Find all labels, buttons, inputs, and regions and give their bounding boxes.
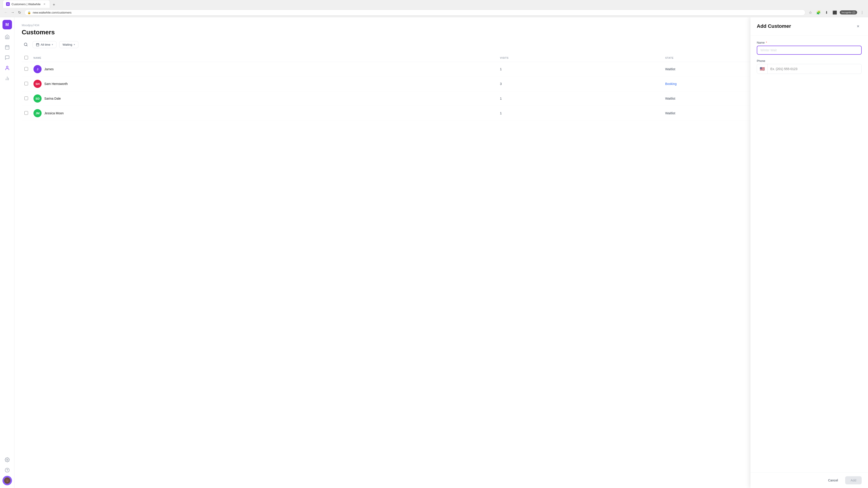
address-bar[interactable] [33,11,802,14]
cancel-button[interactable]: Cancel [824,476,842,484]
row-checkbox[interactable] [24,96,28,100]
customer-name: James [44,67,54,71]
filters-bar: All time ▾ Waiting ▾ [22,40,861,48]
sidebar-item-calendar[interactable] [2,42,12,52]
download-icon[interactable]: ⬇ [824,9,830,15]
profile-icon[interactable]: ⬛ [832,9,838,15]
browser-tab[interactable]: M Customers | Waitwhile × [3,0,50,8]
sidebar-item-home[interactable] [2,32,12,41]
main-content: Moodjoy7434 Customers All time ▾ Waiting… [14,17,868,488]
forward-button[interactable]: → [9,9,16,15]
row-checkbox-cell [22,62,31,76]
name-label: Name * [757,41,862,44]
panel-footer: Cancel Add [750,473,868,488]
account-label: Moodjoy7434 [22,24,861,27]
row-name-cell: SD Sarina Dale [31,91,497,106]
all-time-filter[interactable]: All time ▾ [33,41,57,48]
sidebar-item-help[interactable] [2,465,12,475]
customer-avatar: SD [33,94,41,103]
customer-avatar: J [33,65,41,73]
row-checkbox[interactable] [24,111,28,115]
lock-icon: 🔒 [27,11,31,14]
add-customer-panel: Add Customer × Name * Phone 🇺🇸 [750,17,868,488]
tab-favicon: M [6,2,10,6]
phone-field-container: Phone 🇺🇸 [757,59,862,74]
customer-name: Sam Hemsworth [44,82,68,86]
panel-close-button[interactable]: × [855,23,862,30]
all-time-chevron: ▾ [52,43,53,46]
phone-input[interactable] [768,65,862,73]
svg-point-8 [6,459,8,460]
page-title: Customers [22,29,861,36]
extensions-icon[interactable]: 🧩 [815,9,822,15]
table-header-checkbox [22,54,31,62]
name-field-container: Name * [757,41,862,55]
table-row[interactable]: JM Jessica Moon 1 Waitlist [22,106,861,121]
tab-close-button[interactable]: × [42,2,46,6]
svg-rect-15 [36,43,39,46]
row-checkbox-cell [22,76,31,91]
sidebar-logo[interactable]: M [2,20,12,29]
table-row[interactable]: SH Sam Hemsworth 3 Booking [22,76,861,91]
table-row[interactable]: J James 1 Waitlist [22,62,861,76]
us-flag-icon: 🇺🇸 [760,66,765,71]
select-all-checkbox[interactable] [24,56,28,59]
panel-body: Name * Phone 🇺🇸 [750,35,868,473]
all-time-label: All time [41,43,51,46]
customer-name: Jessica Moon [44,111,64,115]
svg-point-4 [6,66,8,68]
address-bar-container: 🔒 [24,9,805,15]
svg-rect-0 [5,46,9,50]
back-button[interactable]: ← [3,9,9,15]
row-name-cell: J James [31,62,497,76]
name-input[interactable] [757,46,862,55]
user-avatar[interactable]: 🐻 [2,476,12,485]
panel-header: Add Customer × [750,17,868,35]
tab-title: Customers | Waitwhile [11,2,41,6]
waiting-filter[interactable]: Waiting ▾ [59,41,79,48]
waiting-label: Waiting [63,43,72,46]
new-tab-button[interactable]: + [51,2,57,8]
table-header-visits: VISITS [497,54,662,62]
sidebar-item-analytics[interactable] [2,74,12,83]
table-row[interactable]: SD Sarina Dale 1 Waitlist [22,91,861,106]
customer-name: Sarina Dale [44,97,61,100]
waiting-chevron: ▾ [74,43,75,46]
row-checkbox[interactable] [24,67,28,71]
sidebar-item-customers[interactable] [2,63,12,73]
row-checkbox-cell [22,91,31,106]
row-name-cell: SH Sam Hemsworth [31,76,497,91]
customer-avatar: SH [33,80,41,88]
row-name-cell: JM Jessica Moon [31,106,497,121]
customer-avatar: JM [33,109,41,117]
panel-title: Add Customer [757,23,791,29]
svg-line-14 [26,45,27,46]
name-required-marker: * [765,41,767,44]
row-checkbox-cell [22,106,31,121]
table-header-name: NAME [31,54,497,62]
phone-country-selector[interactable]: 🇺🇸 [757,64,768,74]
row-visits-cell: 3 [497,76,662,91]
svg-text:🐻: 🐻 [6,479,8,482]
incognito-badge[interactable]: Incognito (2) [840,10,857,14]
sidebar: M 🐻 [0,17,14,488]
sidebar-item-chat[interactable] [2,53,12,62]
phone-input-container: 🇺🇸 [757,64,862,74]
row-visits-cell: 1 [497,91,662,106]
add-button[interactable]: Add [845,476,862,484]
row-visits-cell: 1 [497,62,662,76]
phone-label: Phone [757,59,862,63]
menu-icon[interactable]: ⋮ [859,9,865,15]
row-checkbox[interactable] [24,82,28,86]
search-button[interactable] [22,40,30,48]
customers-table: NAME VISITS STATE J James 1 Waitlist [22,54,861,121]
sidebar-item-settings[interactable] [2,455,12,464]
bookmark-icon[interactable]: ☆ [807,9,813,15]
row-visits-cell: 1 [497,106,662,121]
reload-button[interactable]: ↻ [16,9,23,15]
